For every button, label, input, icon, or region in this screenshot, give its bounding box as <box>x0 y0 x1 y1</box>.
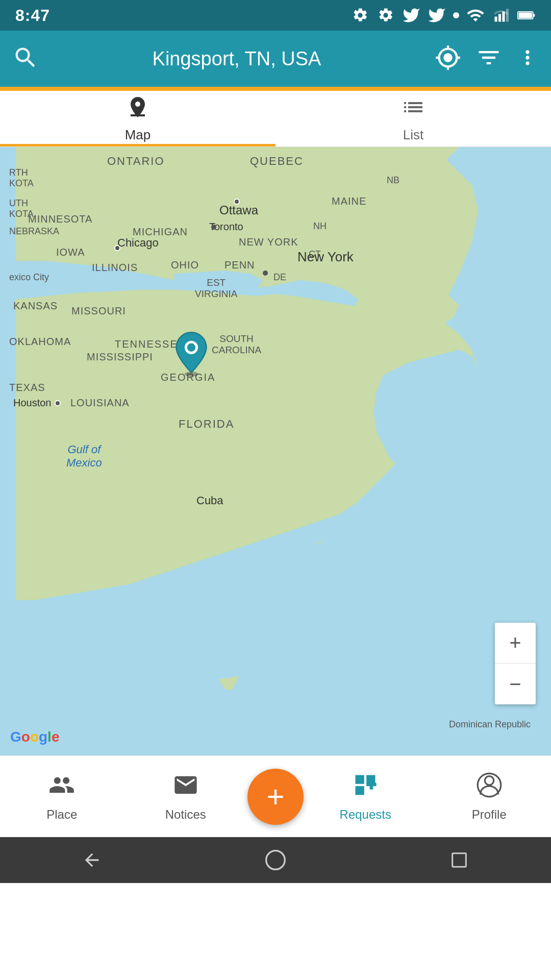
view-toggle: Map List <box>0 91 551 147</box>
settings2-icon <box>377 6 395 24</box>
newyork-label: NEW YORK <box>239 236 298 248</box>
status-icons <box>351 6 536 24</box>
svg-rect-1 <box>498 14 501 22</box>
ontario-label: ONTARIO <box>107 155 165 168</box>
ottawa-label: Ottawa <box>219 203 258 217</box>
svg-point-17 <box>266 851 285 870</box>
wifi-icon <box>466 6 485 24</box>
recent-apps-button[interactable] <box>444 845 474 875</box>
houston-label: Houston <box>13 397 52 409</box>
google-logo: Google <box>10 729 59 745</box>
zoom-controls: + − <box>495 623 536 704</box>
profile-icon <box>476 772 503 803</box>
mississippi-label: MISSISSIPPI <box>87 351 153 363</box>
location-marker <box>173 331 209 379</box>
home-button[interactable] <box>260 845 291 875</box>
list-tab-icon <box>401 95 425 124</box>
texas-label: TEXAS <box>9 382 45 394</box>
newyorkcity-label: New York <box>297 249 354 265</box>
maine-label: MAINE <box>332 195 366 207</box>
minnesota-label: MINNESOTA <box>28 213 92 225</box>
skota-label: UTHKOTA <box>9 198 34 219</box>
status-bar: 8:47 <box>0 0 551 31</box>
notices-label: Notices <box>165 807 206 822</box>
requests-icon <box>352 772 379 803</box>
map-area[interactable]: ONTARIO QUEBEC MINNESOTA MICHIGAN Ottawa… <box>0 147 551 755</box>
missouri-label: MISSOURI <box>71 305 126 317</box>
illinois-label: ILLINOIS <box>92 262 138 274</box>
nav-requests[interactable]: Requests <box>304 772 428 822</box>
map-tab-icon <box>126 95 150 124</box>
de-label: DE <box>273 272 286 283</box>
svg-point-15 <box>485 776 493 785</box>
quebec-label: QUEBEC <box>250 155 304 168</box>
toronto-dot <box>211 225 216 230</box>
nav-notices[interactable]: Notices <box>124 772 248 822</box>
oklahoma-label: OKLAHOMA <box>9 336 71 348</box>
mexicocity-label: exico City <box>9 272 49 283</box>
zoom-in-button[interactable]: + <box>495 623 536 664</box>
svg-rect-13 <box>356 786 364 795</box>
cuba-label: Cuba <box>196 494 223 507</box>
top-bar: Kingsport, TN, USA <box>0 31 551 87</box>
place-icon <box>48 772 75 803</box>
profile-label: Profile <box>472 807 507 822</box>
dominican-republic-label: Dominican Republic <box>449 719 531 730</box>
settings1-icon <box>351 6 369 24</box>
nh-label: NH <box>313 221 327 232</box>
svg-rect-0 <box>495 17 497 22</box>
svg-rect-3 <box>506 9 509 22</box>
svg-point-11 <box>187 344 195 352</box>
accent-line <box>0 87 551 91</box>
zoom-out-button[interactable]: − <box>495 664 536 704</box>
penn-label: PENN <box>224 259 255 271</box>
more-options-icon[interactable] <box>516 44 539 73</box>
filter-icon[interactable] <box>475 44 502 73</box>
add-button[interactable]: + <box>247 769 304 825</box>
svg-rect-5 <box>533 14 535 16</box>
svg-rect-6 <box>519 13 532 18</box>
wvirginia-label: ESTVIRGINIA <box>195 277 237 300</box>
nav-profile[interactable]: Profile <box>428 772 552 822</box>
ohio-label: OHIO <box>171 259 199 271</box>
tab-list[interactable]: List <box>276 91 551 146</box>
top-bar-actions <box>435 44 539 73</box>
sc-label: SOUTHCAROLINA <box>212 333 261 356</box>
kansas-label: KANSAS <box>13 300 58 312</box>
nebraska-label: NEBRASKA <box>9 226 59 237</box>
ottawa-dot <box>234 199 240 205</box>
chicago-dot <box>114 245 120 251</box>
iowa-label: IOWA <box>56 247 85 258</box>
notification-dot <box>453 12 459 18</box>
gulf-mexico-label: Gulf ofMexico <box>66 443 102 470</box>
battery-icon <box>517 6 536 24</box>
back-button[interactable] <box>77 845 107 875</box>
my-location-icon[interactable] <box>435 44 461 73</box>
requests-label: Requests <box>340 807 391 822</box>
svg-rect-2 <box>503 12 505 22</box>
houston-dot <box>55 400 61 406</box>
svg-rect-18 <box>453 853 466 867</box>
active-tab-indicator <box>0 144 276 146</box>
search-icon[interactable] <box>12 44 39 73</box>
map-tab-label: Map <box>125 127 151 143</box>
svg-rect-12 <box>356 775 364 783</box>
chicago-label: Chicago <box>117 236 159 250</box>
bird2-icon <box>428 6 446 24</box>
bottom-nav: Place Notices + Requests <box>0 755 551 837</box>
florida-label: FLORIDA <box>179 418 234 431</box>
system-nav <box>0 837 551 883</box>
list-tab-label: List <box>403 127 423 143</box>
status-time: 8:47 <box>15 6 50 25</box>
louisiana-label: LOUISIANA <box>70 397 130 409</box>
bird1-icon <box>402 6 420 24</box>
penn-dot <box>263 271 268 276</box>
notices-icon <box>172 772 199 803</box>
place-label: Place <box>46 807 77 822</box>
location-title: Kingsport, TN, USA <box>49 48 424 70</box>
add-icon: + <box>266 781 284 812</box>
signal-icon <box>492 6 510 24</box>
tab-map[interactable]: Map <box>0 91 276 146</box>
nb-label: NB <box>387 175 399 186</box>
nav-place[interactable]: Place <box>0 772 124 822</box>
